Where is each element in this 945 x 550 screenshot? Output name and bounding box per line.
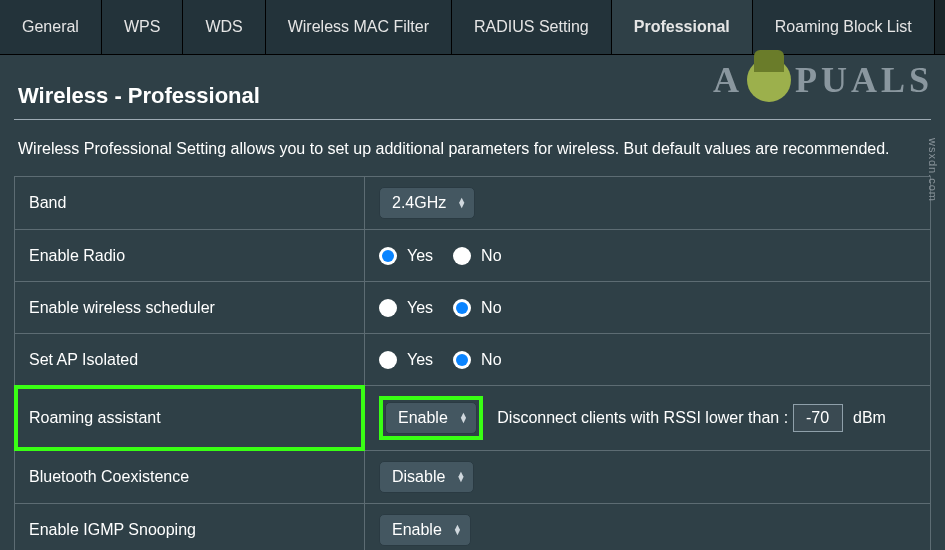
igmp-label: Enable IGMP Snooping xyxy=(15,504,365,551)
tab-mac-filter[interactable]: Wireless MAC Filter xyxy=(266,0,452,54)
row-bluetooth: Bluetooth Coexistence Disable ▲▼ xyxy=(15,451,931,504)
ap-isolated-no[interactable] xyxy=(453,351,471,369)
enable-scheduler-no[interactable] xyxy=(453,299,471,317)
chevron-updown-icon: ▲▼ xyxy=(456,472,465,482)
row-enable-scheduler: Enable wireless scheduler Yes No xyxy=(15,282,931,334)
ap-isolated-no-label: No xyxy=(481,351,501,369)
settings-table: Band 2.4GHz ▲▼ Enable Radio Yes No Enabl… xyxy=(14,176,931,550)
bluetooth-select-value: Disable xyxy=(392,468,445,485)
enable-radio-yes-label: Yes xyxy=(407,247,433,265)
enable-scheduler-yes[interactable] xyxy=(379,299,397,317)
enable-scheduler-yes-label: Yes xyxy=(407,299,433,317)
bluetooth-select[interactable]: Disable ▲▼ xyxy=(379,461,474,493)
enable-scheduler-label: Enable wireless scheduler xyxy=(15,282,365,334)
band-select-value: 2.4GHz xyxy=(392,194,446,211)
chevron-updown-icon: ▲▼ xyxy=(453,525,462,535)
enable-radio-yes[interactable] xyxy=(379,247,397,265)
source-mark: wsxdn.com xyxy=(927,138,939,202)
roaming-rssi-unit: dBm xyxy=(853,409,886,426)
band-label: Band xyxy=(15,177,365,230)
row-ap-isolated: Set AP Isolated Yes No xyxy=(15,334,931,386)
bluetooth-label: Bluetooth Coexistence xyxy=(15,451,365,504)
enable-radio-no[interactable] xyxy=(453,247,471,265)
enable-radio-no-label: No xyxy=(481,247,501,265)
ap-isolated-yes[interactable] xyxy=(379,351,397,369)
content-panel: Wireless - Professional Wireless Profess… xyxy=(0,55,945,550)
ap-isolated-label: Set AP Isolated xyxy=(15,334,365,386)
tab-radius[interactable]: RADIUS Setting xyxy=(452,0,612,54)
highlight-box-select: Enable ▲▼ xyxy=(379,396,483,440)
roaming-select[interactable]: Enable ▲▼ xyxy=(385,402,477,434)
tab-general[interactable]: General xyxy=(0,0,102,54)
band-select[interactable]: 2.4GHz ▲▼ xyxy=(379,187,475,219)
roaming-select-value: Enable xyxy=(398,409,448,426)
enable-scheduler-no-label: No xyxy=(481,299,501,317)
chevron-updown-icon: ▲▼ xyxy=(457,198,466,208)
tab-wds[interactable]: WDS xyxy=(183,0,265,54)
row-igmp: Enable IGMP Snooping Enable ▲▼ xyxy=(15,504,931,551)
igmp-select-value: Enable xyxy=(392,521,442,538)
igmp-select[interactable]: Enable ▲▼ xyxy=(379,514,471,546)
tab-bar: General WPS WDS Wireless MAC Filter RADI… xyxy=(0,0,945,55)
row-band: Band 2.4GHz ▲▼ xyxy=(15,177,931,230)
tab-professional[interactable]: Professional xyxy=(612,0,753,54)
roaming-rssi-text: Disconnect clients with RSSI lower than … xyxy=(497,409,788,426)
tab-roaming-block[interactable]: Roaming Block List xyxy=(753,0,935,54)
title-divider xyxy=(14,119,931,120)
ap-isolated-yes-label: Yes xyxy=(407,351,433,369)
page-description: Wireless Professional Setting allows you… xyxy=(14,140,931,158)
row-roaming-assistant: Roaming assistant Enable ▲▼ Disconnect c… xyxy=(15,386,931,451)
row-enable-radio: Enable Radio Yes No xyxy=(15,230,931,282)
roaming-label-cell: Roaming assistant xyxy=(15,386,365,451)
roaming-rssi-input[interactable] xyxy=(793,404,843,432)
enable-radio-label: Enable Radio xyxy=(15,230,365,282)
roaming-label: Roaming assistant xyxy=(29,409,161,426)
page-title: Wireless - Professional xyxy=(14,83,931,109)
chevron-updown-icon: ▲▼ xyxy=(459,413,468,423)
tab-wps[interactable]: WPS xyxy=(102,0,183,54)
